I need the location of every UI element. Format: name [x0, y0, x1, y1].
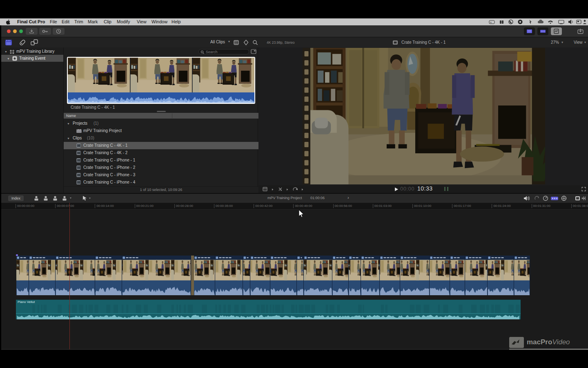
- svg-text:A: A: [490, 21, 492, 24]
